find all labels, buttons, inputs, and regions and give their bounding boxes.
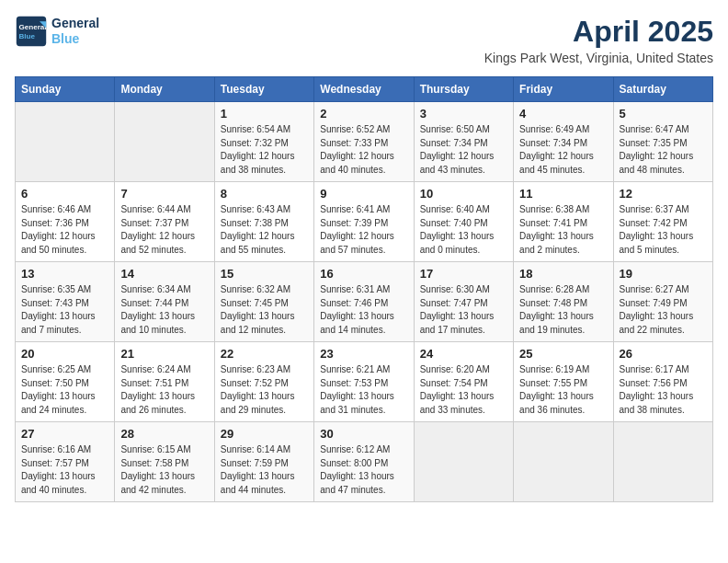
sunrise-time: 6:50 AM bbox=[456, 124, 490, 134]
sunrise-label: Sunrise: bbox=[420, 284, 454, 294]
day-info: Sunrise: 6:50 AMSunset: 7:34 PMDaylight:… bbox=[420, 123, 507, 177]
day-info: Sunrise: 6:40 AMSunset: 7:40 PMDaylight:… bbox=[420, 203, 507, 257]
weekday-header-thursday: Thursday bbox=[414, 77, 513, 102]
calendar-cell: 19Sunrise: 6:27 AMSunset: 7:49 PMDayligh… bbox=[613, 262, 712, 342]
sunrise-time: 6:15 AM bbox=[157, 444, 191, 454]
calendar-cell: 22Sunrise: 6:23 AMSunset: 7:52 PMDayligh… bbox=[214, 342, 313, 422]
sunset-time: 7:57 PM bbox=[55, 458, 89, 468]
sunset-time: 7:35 PM bbox=[653, 138, 687, 148]
sunrise-label: Sunrise: bbox=[221, 364, 255, 374]
daylight-label: Daylight: bbox=[420, 151, 456, 161]
sunset-label: Sunset: bbox=[21, 378, 52, 388]
sunset-label: Sunset: bbox=[620, 138, 651, 148]
sunrise-time: 6:17 AM bbox=[655, 364, 689, 374]
day-number: 18 bbox=[519, 267, 607, 281]
sunrise-time: 6:19 AM bbox=[556, 364, 590, 374]
daylight-label: Daylight: bbox=[320, 151, 356, 161]
sunset-label: Sunset: bbox=[320, 218, 351, 228]
daylight-label: Daylight: bbox=[21, 391, 57, 401]
daylight-label: Daylight: bbox=[620, 231, 655, 241]
sunset-time: 7:54 PM bbox=[453, 378, 487, 388]
sunrise-label: Sunrise: bbox=[21, 444, 55, 454]
sunrise-time: 6:37 AM bbox=[655, 204, 689, 214]
sunrise-label: Sunrise: bbox=[221, 124, 255, 134]
calendar-cell: 29Sunrise: 6:14 AMSunset: 7:59 PMDayligh… bbox=[214, 422, 313, 502]
sunrise-time: 6:31 AM bbox=[357, 284, 391, 294]
sunset-time: 7:53 PM bbox=[354, 378, 388, 388]
daylight-label: Daylight: bbox=[320, 391, 356, 401]
sunrise-label: Sunrise: bbox=[120, 204, 154, 214]
day-info: Sunrise: 6:19 AMSunset: 7:55 PMDaylight:… bbox=[519, 363, 607, 417]
sunset-time: 7:41 PM bbox=[553, 218, 587, 228]
sunrise-label: Sunrise: bbox=[221, 284, 255, 294]
sunrise-time: 6:40 AM bbox=[456, 204, 490, 214]
day-info: Sunrise: 6:35 AMSunset: 7:43 PMDaylight:… bbox=[21, 283, 108, 337]
calendar-cell: 15Sunrise: 6:32 AMSunset: 7:45 PMDayligh… bbox=[214, 262, 313, 342]
sunrise-label: Sunrise: bbox=[519, 124, 553, 134]
daylight-label: Daylight: bbox=[420, 231, 456, 241]
sunrise-time: 6:23 AM bbox=[256, 364, 290, 374]
sunset-time: 7:33 PM bbox=[354, 138, 388, 148]
sunrise-label: Sunrise: bbox=[221, 204, 255, 214]
sunset-label: Sunset: bbox=[420, 138, 451, 148]
day-number: 13 bbox=[21, 267, 108, 281]
day-number: 9 bbox=[320, 187, 407, 201]
sunrise-label: Sunrise: bbox=[420, 204, 454, 214]
sunset-label: Sunset: bbox=[221, 458, 252, 468]
sunset-time: 7:39 PM bbox=[354, 218, 388, 228]
calendar-cell: 5Sunrise: 6:47 AMSunset: 7:35 PMDaylight… bbox=[613, 102, 712, 182]
daylight-label: Daylight: bbox=[420, 391, 456, 401]
daylight-label: Daylight: bbox=[21, 471, 57, 481]
sunset-label: Sunset: bbox=[221, 138, 252, 148]
day-number: 5 bbox=[620, 107, 707, 121]
daylight-label: Daylight: bbox=[21, 231, 57, 241]
calendar-cell: 28Sunrise: 6:15 AMSunset: 7:58 PMDayligh… bbox=[115, 422, 214, 502]
daylight-label: Daylight: bbox=[120, 471, 156, 481]
day-number: 17 bbox=[420, 267, 507, 281]
daylight-label: Daylight: bbox=[620, 151, 655, 161]
day-info: Sunrise: 6:20 AMSunset: 7:54 PMDaylight:… bbox=[420, 363, 507, 417]
calendar-cell: 11Sunrise: 6:38 AMSunset: 7:41 PMDayligh… bbox=[514, 182, 613, 262]
day-number: 12 bbox=[620, 187, 707, 201]
sunrise-time: 6:21 AM bbox=[357, 364, 391, 374]
day-info: Sunrise: 6:14 AMSunset: 7:59 PMDaylight:… bbox=[221, 443, 308, 497]
calendar-cell bbox=[16, 102, 115, 182]
day-info: Sunrise: 6:12 AMSunset: 8:00 PMDaylight:… bbox=[320, 443, 407, 497]
sunrise-time: 6:14 AM bbox=[256, 444, 290, 454]
sunset-label: Sunset: bbox=[221, 378, 252, 388]
day-number: 11 bbox=[519, 187, 607, 201]
sunset-time: 7:47 PM bbox=[453, 298, 487, 308]
sunset-time: 7:34 PM bbox=[553, 138, 587, 148]
calendar-cell: 3Sunrise: 6:50 AMSunset: 7:34 PMDaylight… bbox=[414, 102, 513, 182]
sunset-time: 7:45 PM bbox=[255, 298, 289, 308]
sunset-time: 7:40 PM bbox=[453, 218, 487, 228]
sunrise-label: Sunrise: bbox=[320, 124, 354, 134]
calendar-cell: 21Sunrise: 6:24 AMSunset: 7:51 PMDayligh… bbox=[115, 342, 214, 422]
sunrise-time: 6:25 AM bbox=[57, 364, 91, 374]
sunset-label: Sunset: bbox=[519, 378, 551, 388]
sunrise-time: 6:20 AM bbox=[456, 364, 490, 374]
sunrise-time: 6:16 AM bbox=[57, 444, 91, 454]
sunset-label: Sunset: bbox=[519, 218, 551, 228]
daylight-label: Daylight: bbox=[320, 471, 356, 481]
day-info: Sunrise: 6:23 AMSunset: 7:52 PMDaylight:… bbox=[221, 363, 308, 417]
sunset-label: Sunset: bbox=[519, 138, 551, 148]
sunrise-time: 6:41 AM bbox=[357, 204, 391, 214]
calendar-cell: 7Sunrise: 6:44 AMSunset: 7:37 PMDaylight… bbox=[115, 182, 214, 262]
calendar-cell: 20Sunrise: 6:25 AMSunset: 7:50 PMDayligh… bbox=[16, 342, 115, 422]
sunrise-label: Sunrise: bbox=[320, 444, 354, 454]
sunrise-time: 6:32 AM bbox=[256, 284, 290, 294]
day-info: Sunrise: 6:32 AMSunset: 7:45 PMDaylight:… bbox=[221, 283, 308, 337]
calendar-cell: 18Sunrise: 6:28 AMSunset: 7:48 PMDayligh… bbox=[514, 262, 613, 342]
weekday-header-monday: Monday bbox=[115, 77, 214, 102]
day-number: 6 bbox=[21, 187, 108, 201]
sunrise-label: Sunrise: bbox=[620, 204, 654, 214]
sunset-time: 7:46 PM bbox=[354, 298, 388, 308]
day-info: Sunrise: 6:38 AMSunset: 7:41 PMDaylight:… bbox=[519, 203, 607, 257]
day-number: 7 bbox=[120, 187, 208, 201]
day-info: Sunrise: 6:52 AMSunset: 7:33 PMDaylight:… bbox=[320, 123, 407, 177]
day-number: 2 bbox=[320, 107, 407, 121]
sunrise-label: Sunrise: bbox=[120, 284, 154, 294]
day-info: Sunrise: 6:16 AMSunset: 7:57 PMDaylight:… bbox=[21, 443, 108, 497]
sunrise-label: Sunrise: bbox=[320, 204, 354, 214]
